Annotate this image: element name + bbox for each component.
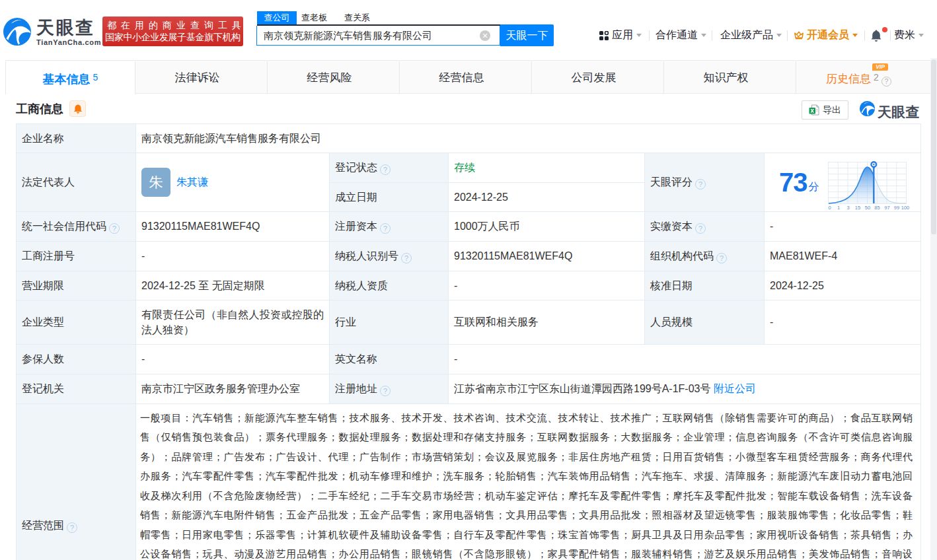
svg-text:50: 50 <box>864 205 870 211</box>
svg-text:3: 3 <box>846 205 849 211</box>
svg-text:97: 97 <box>884 205 889 211</box>
svg-text:15: 15 <box>854 205 860 211</box>
svg-text:99: 99 <box>893 205 899 211</box>
svg-text:1: 1 <box>837 205 839 211</box>
svg-text:85: 85 <box>874 205 880 211</box>
svg-text:0: 0 <box>828 205 831 211</box>
svg-text:100: 100 <box>901 205 909 211</box>
